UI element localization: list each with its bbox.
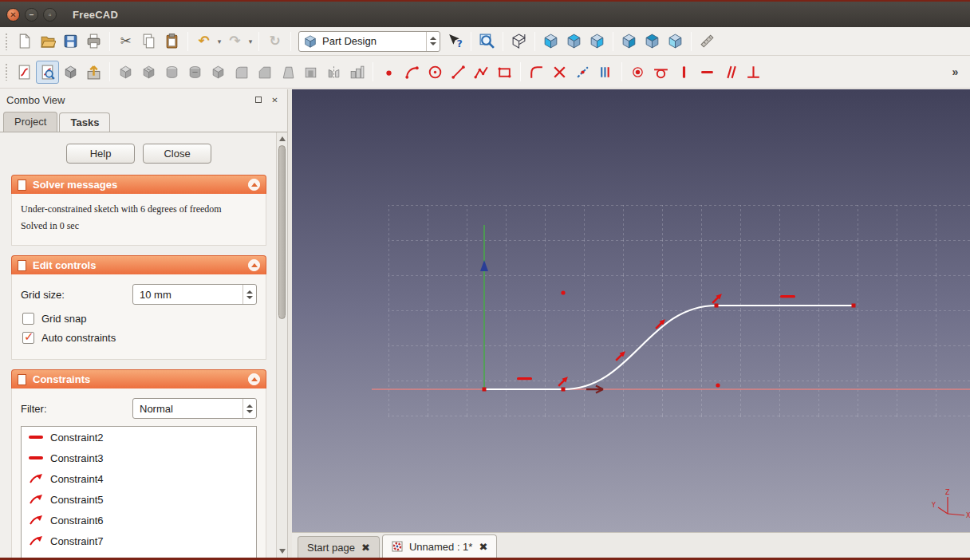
refresh-button[interactable]: ↻	[263, 30, 286, 53]
horizontal-constraint-marker[interactable]	[517, 377, 532, 380]
auto-constraints-checkbox[interactable]	[22, 332, 34, 344]
measure-distance-button[interactable]	[696, 30, 719, 53]
constrain-vertical-button[interactable]	[672, 61, 696, 84]
create-circle-button[interactable]	[424, 61, 447, 84]
collapse-section-button[interactable]	[248, 373, 260, 385]
sketch-vertex[interactable]	[483, 388, 487, 392]
map-sketch-button[interactable]	[59, 61, 82, 84]
sketch-vertex[interactable]	[562, 388, 566, 392]
create-rectangle-button[interactable]	[493, 61, 516, 84]
whats-this-button[interactable]: ?	[444, 30, 467, 53]
sketch-vertex[interactable]	[852, 304, 856, 308]
draft-button[interactable]	[276, 61, 299, 84]
create-arc-button[interactable]	[400, 61, 424, 84]
view-front-button[interactable]	[539, 30, 562, 53]
view-rear-button[interactable]	[617, 30, 641, 53]
cut-button[interactable]: ✂	[114, 30, 137, 53]
grid-snap-checkbox[interactable]	[22, 313, 34, 325]
toolbar-grip[interactable]	[5, 63, 9, 81]
constrain-horizontal-button[interactable]	[696, 61, 719, 84]
3d-view[interactable]: Z Y X	[292, 89, 970, 532]
new-sketch-button[interactable]	[13, 61, 36, 84]
redo-button[interactable]: ↷	[223, 30, 246, 53]
constrain-parallel-button[interactable]	[719, 61, 742, 84]
pocket-button[interactable]	[137, 61, 160, 84]
3d-scene[interactable]: Z Y X	[292, 89, 970, 532]
create-polyline-button[interactable]	[470, 61, 493, 84]
undo-button[interactable]: ↶	[192, 30, 215, 53]
constraint-filter-combo[interactable]: Normal	[132, 398, 257, 419]
constraint-list-item[interactable]: Constraint5	[22, 489, 256, 510]
chamfer-button[interactable]	[253, 61, 276, 84]
constraint-list-item[interactable]: Constraint7	[22, 530, 256, 551]
toolbar-overflow-button[interactable]: »	[944, 61, 967, 84]
edit-sketch-button[interactable]	[36, 61, 59, 84]
tab-start-page[interactable]: Start page ✖	[298, 536, 380, 558]
paste-button[interactable]	[160, 30, 183, 53]
open-document-button[interactable]	[36, 30, 59, 53]
constraint-list-item[interactable]: Constraint4	[22, 468, 256, 489]
sketch-vertex[interactable]	[715, 304, 719, 308]
additive-loft-button[interactable]	[207, 61, 230, 84]
trim-edge-button[interactable]	[548, 61, 571, 84]
workbench-spin-buttons[interactable]	[426, 32, 440, 51]
constraint-list-item[interactable]: Constraint2	[22, 427, 256, 448]
sketch-point[interactable]	[561, 290, 565, 294]
fillet-feature-button[interactable]	[230, 61, 253, 84]
pad-button[interactable]	[114, 61, 137, 84]
scroll-up-arrow-icon[interactable]	[279, 136, 286, 141]
grid-size-spin-buttons[interactable]	[242, 285, 256, 304]
solver-messages-header[interactable]: Solver messages	[11, 175, 266, 194]
copy-button[interactable]	[137, 30, 160, 53]
create-point-button[interactable]	[377, 61, 400, 84]
panel-float-button[interactable]	[252, 94, 264, 106]
constraints-header[interactable]: Constraints	[11, 369, 266, 388]
constrain-perpendicular-button[interactable]	[742, 61, 765, 84]
collapse-section-button[interactable]	[248, 179, 260, 191]
collapse-section-button[interactable]	[248, 259, 260, 271]
thickness-button[interactable]	[299, 61, 322, 84]
window-close-button[interactable]: ✕	[6, 8, 20, 22]
leave-sketch-button[interactable]	[82, 61, 105, 84]
window-minimize-button[interactable]: –	[25, 8, 38, 22]
external-geometry-button[interactable]	[571, 61, 594, 84]
close-task-button[interactable]: Close	[143, 144, 211, 164]
constrain-coincident-button[interactable]	[626, 61, 649, 84]
constraint-filter-spin-buttons[interactable]	[242, 399, 256, 418]
window-maximize-button[interactable]: ▫	[43, 8, 57, 22]
linear-pattern-button[interactable]	[345, 61, 369, 84]
view-right-button[interactable]	[586, 30, 609, 53]
mirrored-button[interactable]	[322, 61, 345, 84]
save-document-button[interactable]	[59, 30, 82, 53]
scrollbar-thumb[interactable]	[278, 145, 286, 319]
view-bottom-button[interactable]	[641, 30, 664, 53]
workbench-selector[interactable]: Part Design	[298, 31, 440, 52]
close-tab-icon[interactable]: ✖	[479, 541, 487, 553]
grid-size-combo[interactable]: 10 mm	[132, 284, 257, 305]
fit-all-button[interactable]	[475, 30, 499, 53]
toolbar-grip[interactable]	[5, 33, 9, 50]
revolution-button[interactable]	[160, 61, 183, 84]
view-top-button[interactable]	[562, 30, 586, 53]
new-document-button[interactable]	[13, 30, 36, 53]
constraint-list-item[interactable]: Constraint3	[22, 448, 256, 468]
redo-dropdown-arrow[interactable]: ▾	[246, 37, 254, 45]
constrain-tangent-button[interactable]	[649, 61, 672, 84]
tasks-scrollbar[interactable]	[276, 132, 287, 558]
constraint-list-item[interactable]: Constraint6	[22, 510, 256, 530]
view-left-button[interactable]	[664, 30, 687, 53]
tab-tasks[interactable]: Tasks	[59, 112, 110, 132]
print-button[interactable]	[82, 30, 105, 53]
create-line-button[interactable]	[447, 61, 470, 84]
scroll-down-arrow-icon[interactable]	[279, 549, 286, 554]
tab-project[interactable]: Project	[3, 112, 57, 132]
edit-controls-header[interactable]: Edit controls	[11, 255, 266, 274]
axonometric-view-button[interactable]	[507, 30, 530, 53]
undo-dropdown-arrow[interactable]: ▾	[215, 37, 223, 45]
groove-button[interactable]	[183, 61, 207, 84]
sketch-fillet-button[interactable]	[525, 61, 548, 84]
horizontal-constraint-marker[interactable]	[780, 295, 795, 298]
tab-unnamed-document[interactable]: Unnamed : 1* ✖	[382, 534, 497, 558]
panel-close-button[interactable]: ✕	[269, 94, 281, 106]
sketch-point[interactable]	[716, 383, 720, 387]
